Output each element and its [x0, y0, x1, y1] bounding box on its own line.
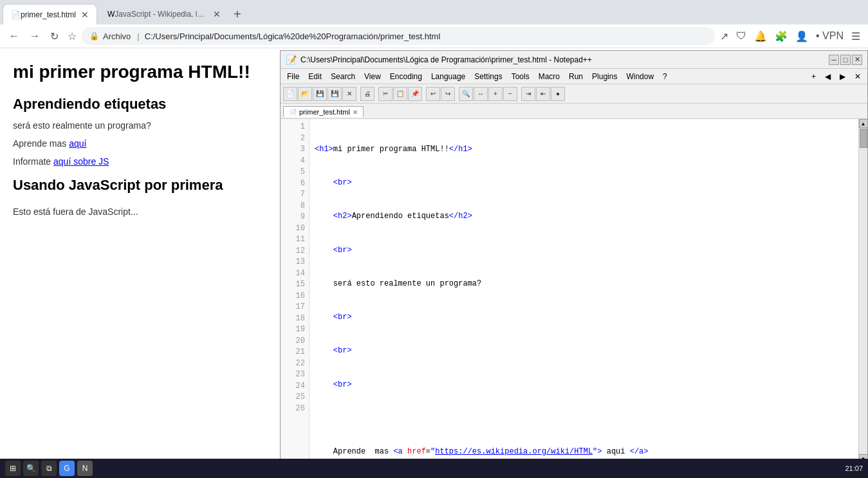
line-num-7: 7	[281, 189, 305, 201]
toolbar-copy[interactable]: 📋	[393, 87, 407, 101]
toolbar-print[interactable]: 🖨	[360, 87, 374, 101]
menu-tools[interactable]: Tools	[508, 71, 533, 82]
line-num-3: 3	[281, 144, 305, 156]
scroll-track[interactable]	[859, 128, 868, 454]
scroll-thumb[interactable]	[860, 129, 867, 148]
menu-view[interactable]: View	[360, 71, 385, 82]
address-separator: |	[137, 32, 139, 41]
toolbar-redo[interactable]: ↪	[441, 87, 455, 101]
menu-window[interactable]: Window	[622, 71, 658, 82]
extensions-icon[interactable]: 🧩	[772, 28, 790, 45]
notepad-app-icon: 📝	[286, 55, 297, 65]
menu-help[interactable]: ?	[659, 71, 671, 82]
toolbar-outdent[interactable]: ⇤	[536, 87, 550, 101]
tab-bar: 📄 primer_test.html ✕ W JavaScript - Wiki…	[0, 0, 868, 24]
line-num-5: 5	[281, 167, 305, 178]
menu-language[interactable]: Language	[427, 71, 469, 82]
notepad-tab-icon: 📄	[289, 109, 297, 116]
notepad-tabbar: 📄 primer_test.html ✕	[281, 104, 867, 119]
toolbar-new[interactable]: 📄	[283, 87, 297, 101]
line-num-6: 6	[281, 178, 305, 190]
toolbar-macro[interactable]: ●	[551, 87, 565, 101]
vertical-scrollbar[interactable]: ▲ ▼	[858, 119, 867, 463]
taskbar-task-view[interactable]: ⧉	[41, 461, 57, 476]
new-tab-button[interactable]: +	[228, 7, 246, 22]
toolbar-indent[interactable]: ⇥	[521, 87, 535, 101]
nav-actions: ↗ 🛡 🔔 🧩 👤 • VPN ☰	[717, 28, 863, 45]
forward-button[interactable]: →	[26, 28, 44, 44]
toolbar-cut[interactable]: ✂	[378, 87, 392, 101]
line-num-9: 9	[281, 212, 305, 223]
menu-encoding[interactable]: Encoding	[386, 71, 426, 82]
close-button[interactable]: ✕	[852, 55, 862, 65]
menu-edit[interactable]: Edit	[304, 71, 326, 82]
taskbar-chrome-icon[interactable]: G	[59, 461, 75, 476]
code-line-4: <br>	[315, 245, 853, 257]
toolbar-replace[interactable]: ↔	[474, 87, 488, 101]
taskbar-start-button[interactable]: ⊞	[5, 461, 21, 476]
address-bar[interactable]: 🔒 Archivo | C:/Users/Principal/Documents…	[82, 27, 715, 45]
menu-plugins[interactable]: Plugins	[588, 71, 621, 82]
toolbar-zoom-in[interactable]: +	[488, 87, 503, 101]
page-para-4: Esto está fuera de JavaScript...	[13, 207, 267, 217]
tab-wikipedia[interactable]: W JavaScript - Wikipedia, la enciclopedi…	[100, 4, 228, 24]
line-num-23: 23	[281, 369, 305, 381]
line-num-14: 14	[281, 268, 305, 280]
menu-close-tab[interactable]: ✕	[851, 71, 865, 82]
menu-settings[interactable]: Settings	[470, 71, 506, 82]
tab-close-1[interactable]: ✕	[81, 10, 89, 20]
toolbar-save-all[interactable]: 💾	[328, 87, 342, 101]
menu-run[interactable]: Run	[565, 71, 587, 82]
toolbar-paste[interactable]: 📌	[408, 87, 422, 101]
scroll-up-button[interactable]: ▲	[859, 119, 868, 128]
menu-macro[interactable]: Macro	[535, 71, 564, 82]
page-para-3-text: Informate	[13, 156, 53, 167]
code-line-9	[315, 413, 853, 425]
minimize-button[interactable]: ─	[829, 55, 839, 65]
back-button[interactable]: ←	[5, 28, 23, 44]
menu-scroll-right[interactable]: ▶	[836, 71, 849, 82]
page-para-2-text: Aprende mas	[13, 138, 69, 149]
shield-icon[interactable]: 🛡	[734, 28, 749, 44]
notepad-editor-area: 1 2 3 4 5 6 7 8 9 10 11 12 13 14 15 16 1…	[281, 119, 867, 463]
toolbar-open[interactable]: 📂	[298, 87, 312, 101]
notepad-file-tab[interactable]: 📄 primer_test.html ✕	[283, 106, 364, 117]
reload-button[interactable]: ↻	[46, 28, 62, 45]
vpn-button[interactable]: • VPN	[813, 28, 846, 44]
line-num-13: 13	[281, 257, 305, 268]
tab-close-2[interactable]: ✕	[213, 9, 221, 19]
menu-icon[interactable]: ☰	[849, 28, 863, 45]
menu-search[interactable]: Search	[327, 71, 359, 82]
tab-primer-test[interactable]: 📄 primer_test.html ✕	[3, 4, 97, 24]
notification-icon[interactable]: 🔔	[752, 28, 770, 45]
toolbar-find[interactable]: 🔍	[459, 87, 473, 101]
new-window-button[interactable]: +	[808, 71, 820, 82]
menu-file[interactable]: File	[283, 71, 303, 82]
notepad-menubar: File Edit Search View Encoding Language …	[281, 69, 867, 84]
menu-scroll-left[interactable]: ◀	[821, 71, 835, 82]
toolbar-undo[interactable]: ↩	[426, 87, 440, 101]
bookmark-icon: ☆	[65, 30, 79, 42]
page-para-2: Aprende mas aquí	[13, 138, 267, 149]
page-heading-3: Usando JavaScript por primera	[13, 177, 267, 194]
toolbar-zoom-out[interactable]: −	[503, 87, 517, 101]
taskbar-search-button[interactable]: 🔍	[23, 461, 39, 476]
line-num-10: 10	[281, 223, 305, 235]
line-num-2: 2	[281, 133, 305, 145]
page-link-js[interactable]: aquí sobre JS	[53, 156, 109, 167]
taskbar-notepad-icon[interactable]: N	[77, 461, 93, 476]
browser-chrome: 📄 primer_test.html ✕ W JavaScript - Wiki…	[0, 0, 868, 48]
toolbar-save[interactable]: 💾	[313, 87, 327, 101]
notepad-title: C:\Users\Principal\Documents\Lógica de P…	[300, 55, 829, 64]
code-editor[interactable]: <h1>mi primer programa HTML!!</h1> <br> …	[309, 119, 858, 463]
notepad-tab-close[interactable]: ✕	[353, 109, 358, 116]
page-link-html[interactable]: aquí	[69, 138, 86, 149]
share-button[interactable]: ↗	[717, 28, 731, 45]
profile-icon[interactable]: 👤	[793, 28, 811, 45]
maximize-button[interactable]: □	[840, 55, 851, 65]
line-num-15: 15	[281, 279, 305, 291]
tab-icon: 📄	[11, 10, 21, 19]
line-num-12: 12	[281, 246, 305, 257]
toolbar-close[interactable]: ✕	[342, 87, 356, 101]
tab-title-1: primer_test.html	[21, 10, 76, 19]
